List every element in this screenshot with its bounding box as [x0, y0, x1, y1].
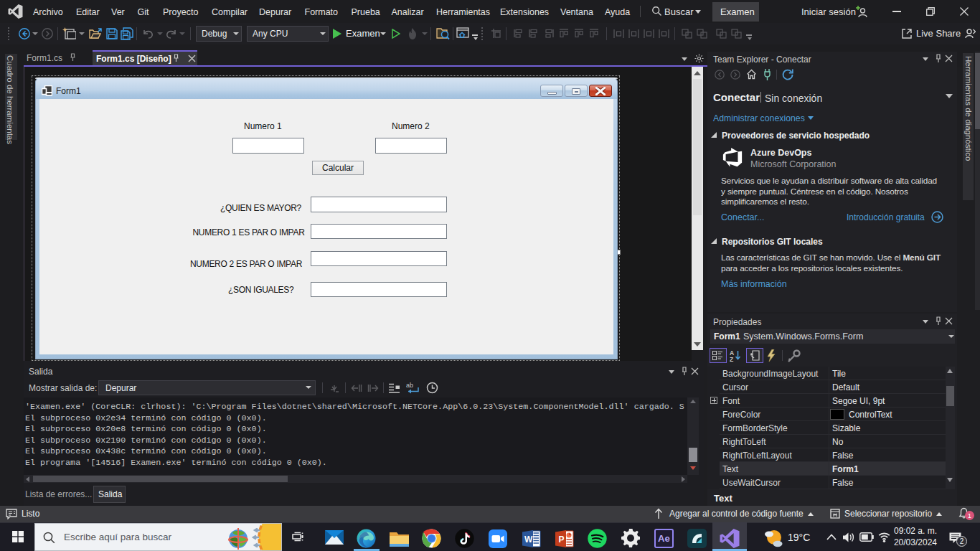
svg-text:P: P — [559, 534, 565, 545]
svg-text:W: W — [524, 534, 533, 545]
svg-text:Z: Z — [730, 356, 733, 362]
svg-text:ab: ab — [406, 382, 413, 389]
